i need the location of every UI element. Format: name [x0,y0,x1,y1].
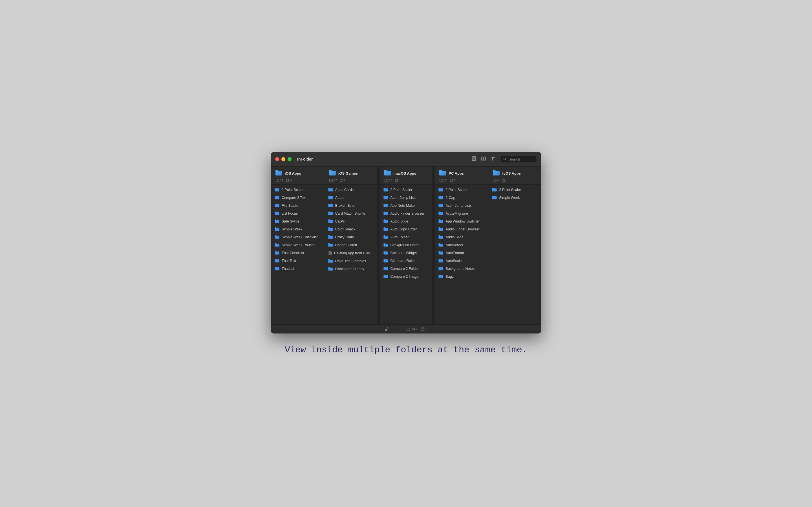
list-item[interactable]: Simple Week [271,226,324,233]
folder-column-ios-apps: iOS Apps 11 0 2 Point Scaler [271,167,324,325]
list-item[interactable]: Danger Catch [324,241,377,249]
list-item[interactable]: Auto Copy Order [379,226,433,233]
list-item[interactable]: 2 Point Scaler [488,186,541,194]
folder-icon [439,227,443,232]
list-item[interactable]: Safe Swipe [271,218,324,226]
list-item[interactable]: CatPill [324,218,377,226]
list-item[interactable]: Background Notes [435,265,488,273]
list-item[interactable]: Compare 2 Image [379,273,433,281]
item-name: 2 Point Scaler [282,187,304,192]
item-name: Ace - Jump Lists [391,195,416,200]
trash-icon[interactable] [491,156,496,162]
list-item[interactable]: Broken Ether [324,202,377,210]
list-item[interactable]: Ace - Jump Lists [379,194,433,202]
list-item[interactable]: App Window Switcher [435,218,488,226]
folder-count-ios-games: 17 [329,179,337,182]
folder-icon [274,235,280,240]
notes-icon[interactable] [471,156,476,162]
column-title-macos-apps: macOS Apps [394,171,416,175]
item-name: Compare 2 Text [282,195,306,200]
list-item[interactable]: Apoc Cards [324,186,377,194]
item-name: Background Notes [391,243,419,247]
list-item[interactable]: List Focus [271,210,324,218]
close-button[interactable] [275,157,279,161]
svg-rect-5 [484,157,486,160]
item-name: Auto Copy Order [391,227,417,231]
file-count-ios-apps: 0 [286,179,292,182]
folder-icon [439,243,443,248]
list-item[interactable]: Simple Week Routine [271,241,324,249]
maximize-button[interactable] [288,157,292,161]
folder-icon [274,211,280,216]
folder-icon [439,195,443,201]
folder-icon [328,187,333,193]
folder-icon [274,219,280,224]
list-item[interactable]: Audio Slide [379,218,433,226]
folder-icon [384,251,388,256]
folder-icon [274,259,280,264]
list-item[interactable]: Drive Thru Zombies [324,258,377,265]
column-items-pc-apps: 2 Point Scaler 2-Cap Ace - Jump Lists [435,184,488,325]
list-item[interactable]: Crazy Crate [324,233,377,241]
status-links: 0 [385,327,391,331]
list-item[interactable]: Audio Finder Browser [435,226,488,233]
list-item[interactable]: 2 Point Scaler [271,186,324,194]
folder-icon [384,211,388,216]
list-item[interactable]: AutoBorder [435,241,488,249]
tagline: View inside multiple folders at the same… [285,345,527,355]
item-name: Deleting App from iTunes Connect.png [334,251,373,256]
list-item[interactable]: Atope [324,194,377,202]
status-files: 2 [421,327,427,331]
file-count-pc-apps: 1 [450,179,456,182]
column-title-ios-apps: iOS Apps [285,171,301,175]
list-item[interactable]: ThatList [271,265,324,273]
folder-icon-large [493,170,500,177]
status-folders: 133 [407,327,416,331]
list-item[interactable]: App Note Maker [379,202,433,210]
folder-icon [384,243,388,248]
list-item[interactable]: That Text [271,257,324,265]
list-item[interactable]: AcuteMigraine [435,210,488,218]
list-item[interactable]: 2-Cap [435,194,488,202]
list-item[interactable]: Bagz [435,273,488,281]
list-item[interactable]: Audio Finder Browser [379,210,433,218]
list-item[interactable]: 2 Point Scaler [379,186,433,194]
list-item[interactable]: Background Notes [379,241,433,249]
list-item[interactable]: Auto Folder [379,233,433,241]
folder-icon-large [329,170,336,177]
folder-icon [274,203,280,209]
list-item[interactable]: Simple Week [488,194,541,202]
list-item[interactable]: Audio Slide [435,233,488,241]
list-item[interactable]: File Studio [271,202,324,210]
svg-rect-4 [481,157,483,160]
list-item[interactable]: Calendar-Widget [379,249,433,257]
folder-icon-large [275,170,283,177]
list-item[interactable]: AutoScale [435,257,488,265]
list-item[interactable]: Compare 2 Text [271,194,324,202]
list-item[interactable]: 2 Point Scaler [435,186,488,194]
item-name: List Focus [282,211,298,216]
folder-icon [328,227,333,232]
status-items5: 5 [396,327,402,331]
search-bar[interactable]: Search [500,156,537,163]
folder-icon [384,227,388,232]
list-item[interactable]: Fishing for Granny [324,265,377,273]
folder-icon [439,235,443,240]
folder-column-macos-apps: macOS Apps 47 0 2 Point Scaler [379,167,433,325]
list-item[interactable]: Deleting App from iTunes Connect.png [324,249,377,258]
item-name: Atope [335,195,345,200]
list-item[interactable]: That Checklist [271,249,324,257]
item-name: Crazy Crate [335,235,354,239]
columns-icon[interactable] [481,156,486,162]
list-item[interactable]: Compare 2 Folder [379,265,433,273]
list-item[interactable]: Ace - Jump Lists [435,202,488,210]
minimize-button[interactable] [282,157,285,161]
list-item[interactable]: Color Smack [324,226,377,233]
list-item[interactable]: AutoFormat [435,249,488,257]
folder-icon [384,203,388,209]
titlebar: InFolder [271,152,541,167]
list-item[interactable]: Clipboard Rules [379,257,433,265]
list-item[interactable]: Card Match Shuffle [324,210,377,218]
list-item[interactable]: Simple Week Checklist [271,233,324,241]
item-name: Broken Ether [335,203,356,208]
